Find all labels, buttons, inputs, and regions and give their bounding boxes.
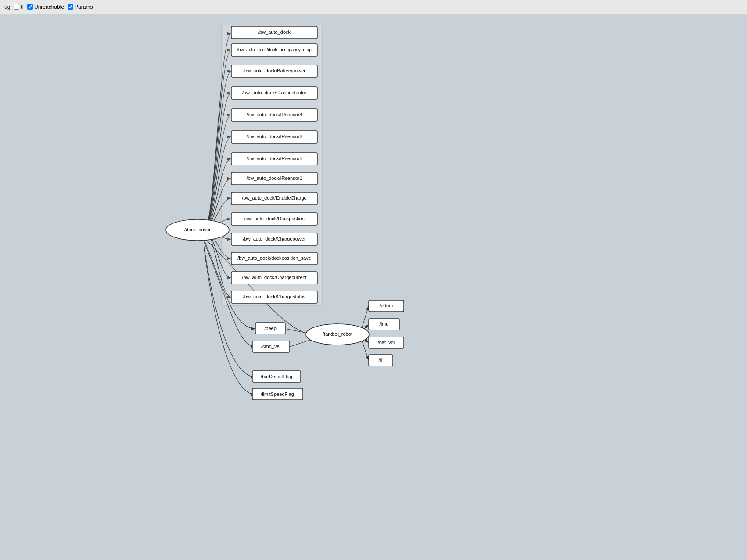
svg-text:/bw_auto_dock/Crashdetector: /bw_auto_dock/Crashdetector (242, 90, 306, 95)
tf-label: tf (21, 4, 24, 10)
svg-text:/cmd_vel: /cmd_vel (261, 344, 280, 349)
unreachable-label: Unreachable (34, 4, 64, 10)
svg-text:/tarkbot_robot: /tarkbot_robot (323, 331, 352, 337)
svg-text:/bw_auto_dock/dockposition_sav: /bw_auto_dock/dockposition_save (237, 255, 311, 261)
svg-text:/bw_auto_dock/EnableCharge: /bw_auto_dock/EnableCharge (242, 195, 306, 201)
svg-text:/bw_auto_dock/Dockpostion: /bw_auto_dock/Dockpostion (244, 216, 305, 221)
svg-text:/dock_driver: /dock_driver (184, 227, 211, 232)
svg-text:/tf: /tf (378, 357, 383, 363)
svg-text:/bw_auto_dock/Chargestatus: /bw_auto_dock/Chargestatus (243, 294, 306, 299)
svg-text:/limitSpeedFlag: /limitSpeedFlag (261, 391, 294, 397)
svg-text:/bw_auto_dock/IRsensor2: /bw_auto_dock/IRsensor2 (246, 134, 302, 139)
svg-text:/bw_auto_dock/IRsensor4: /bw_auto_dock/IRsensor4 (246, 112, 302, 117)
svg-text:/barDetectFlag: /barDetectFlag (261, 374, 292, 379)
svg-rect-1 (0, 14, 747, 560)
tf-checkbox[interactable] (14, 4, 19, 10)
svg-text:/bw_auto_dock/Chargecurrent: /bw_auto_dock/Chargecurrent (242, 275, 306, 280)
svg-text:/bw_auto_dock/Chargepower: /bw_auto_dock/Chargepower (243, 236, 305, 241)
toolbar-ug-label: ug (4, 4, 10, 10)
svg-text:/bw_auto_dock/IRsensor1: /bw_auto_dock/IRsensor1 (246, 176, 302, 181)
toolbar: ug tf Unreachable Params (0, 0, 747, 14)
svg-text:/bw_auto_dock/Batterypower: /bw_auto_dock/Batterypower (243, 68, 305, 73)
unreachable-checkbox[interactable] (27, 4, 33, 10)
toolbar-params-item: Params (68, 4, 93, 10)
svg-text:/bw_auto_dock/dock_occupancy_m: /bw_auto_dock/dock_occupancy_map (237, 47, 312, 52)
svg-text:/beep: /beep (264, 326, 277, 331)
graph-area[interactable]: /bw_auto_dock /bw_auto_dock/dock_occupan… (0, 14, 747, 560)
params-label: Params (75, 4, 93, 10)
toolbar-unreachable-item: Unreachable (27, 4, 64, 10)
svg-text:/imu: /imu (380, 321, 389, 327)
svg-text:/odom: /odom (380, 303, 393, 308)
svg-text:/bat_vol: /bat_vol (378, 340, 395, 345)
ug-text: ug (4, 4, 10, 10)
params-checkbox[interactable] (68, 4, 73, 10)
graph-svg: /bw_auto_dock /bw_auto_dock/dock_occupan… (0, 14, 747, 560)
svg-text:/bw_auto_dock/IRsensor3: /bw_auto_dock/IRsensor3 (246, 156, 302, 161)
bw-auto-dock-label: /bw_auto_dock (258, 29, 291, 35)
toolbar-tf-item: tf (14, 4, 24, 10)
